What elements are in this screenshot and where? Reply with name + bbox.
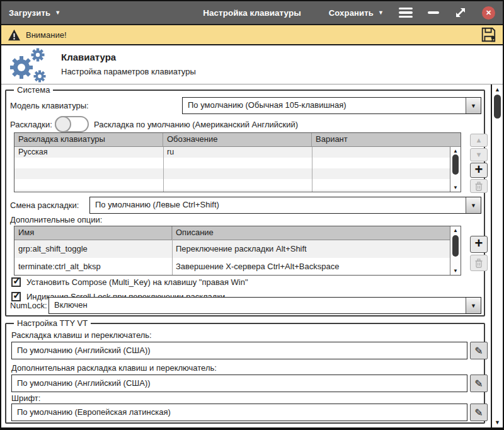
pencil-icon: ✎ — [474, 345, 483, 357]
numlock-value: Включен — [49, 298, 466, 313]
tty-layout-label: Раскладка клавиш и переключатель: — [11, 330, 152, 340]
column-separator — [163, 147, 164, 192]
layouts-table-header: Раскладка клавиатуры Обозначение Вариант — [14, 133, 461, 147]
trash-icon — [474, 182, 483, 191]
layouts-table-scrollbar[interactable]: ▲ ▼ — [450, 147, 461, 192]
options-table-header: Имя Описание — [14, 226, 461, 240]
table-cell: terminate:ctrl_alt_bksp — [14, 258, 172, 276]
tty-font-label: Шрифт: — [11, 393, 40, 403]
system-section: Система Модель клавиатуры: По умолчанию … — [5, 90, 485, 317]
keyboard-model-combobox[interactable]: По умолчанию (Обычная 105-клавишная) ▼ — [182, 97, 481, 114]
expand-icon — [454, 6, 467, 19]
options-table: Имя Описание grp:alt_shift_toggleПереклю… — [14, 226, 461, 276]
scrollbar-thumb[interactable] — [494, 95, 501, 119]
numlock-label: NumLock: — [10, 301, 47, 310]
save-to-file-button[interactable] — [480, 26, 496, 43]
tty-extra-layout-edit-button[interactable]: ✎ — [470, 375, 488, 392]
options-table-body: grp:alt_shift_toggleПереключение расклад… — [14, 240, 461, 276]
page-title: Клавиатура — [61, 52, 116, 62]
switch-hotkey-label: Смена раскладки: — [10, 200, 79, 210]
table-row[interactable]: grp:alt_shift_toggleПереключение расклад… — [14, 240, 461, 258]
combo-dropdown-button[interactable]: ▼ — [466, 98, 481, 113]
tty-layout-edit-button[interactable]: ✎ — [470, 342, 488, 359]
layouts-toggle[interactable] — [55, 116, 89, 132]
chevron-down-icon: ▼ — [55, 10, 60, 16]
table-cell: Русская — [14, 147, 163, 158]
tty-section: Настройка TTY VT Раскладка клавиш и пере… — [5, 323, 485, 424]
menu-button[interactable] — [399, 8, 413, 18]
combo-dropdown-button[interactable]: ▼ — [466, 298, 481, 313]
arrow-up-icon: ▲ — [476, 137, 483, 144]
column-separator — [172, 226, 173, 275]
check-icon: ✓ — [13, 289, 21, 301]
hamburger-icon — [399, 8, 413, 10]
tty-extra-layout-label: Дополнительная раскладка клавиш и перекл… — [11, 363, 217, 373]
add-option-button[interactable]: + — [470, 236, 488, 253]
tty-layout-field[interactable]: По умолчанию (Английский (США)) — [11, 342, 467, 359]
column-header[interactable]: Имя — [14, 226, 172, 240]
delete-layout-button[interactable] — [470, 179, 488, 193]
table-cell: ru — [163, 147, 312, 158]
combo-dropdown-button[interactable]: ▼ — [466, 197, 481, 213]
scroll-up-icon[interactable]: ▲ — [492, 86, 503, 93]
numlock-combobox[interactable]: Включен ▼ — [49, 297, 481, 314]
column-separator — [312, 147, 312, 192]
load-button[interactable]: Загрузить ▼ — [9, 8, 60, 18]
scroll-up-icon[interactable]: ▲ — [450, 228, 461, 233]
table-row[interactable]: terminate:ctrl_alt_bkspЗавершение X-серв… — [14, 258, 461, 276]
load-button-label: Загрузить — [9, 8, 50, 18]
maximize-button[interactable] — [454, 6, 467, 19]
keyboard-model-value: По умолчанию (Обычная 105-клавишная) — [183, 98, 466, 113]
compose-checkbox-label: Установить Compose (Multi_Key) на клавиш… — [26, 277, 248, 287]
column-header[interactable]: Раскладка клавиатуры — [14, 133, 163, 146]
save-button[interactable]: Сохранить ▼ — [329, 8, 384, 18]
warning-bar: Внимание! — [1, 24, 503, 45]
scroll-down-icon[interactable]: ▼ — [492, 419, 503, 426]
model-label: Модель клавиатуры: — [10, 101, 89, 110]
add-layout-button[interactable]: + — [470, 163, 488, 178]
delete-option-button[interactable] — [470, 255, 488, 271]
switch-hotkey-combobox[interactable]: По умолчанию (Левые Ctrl+Shift) ▼ — [89, 197, 481, 214]
pencil-icon: ✎ — [474, 407, 483, 419]
page-header: Клавиатура Настройка параметров клавиату… — [1, 45, 503, 84]
content-area: Система Модель клавиатуры: По умолчанию … — [1, 84, 503, 427]
table-cell: grp:alt_shift_toggle — [14, 240, 172, 258]
minimize-button[interactable] — [428, 11, 439, 14]
close-button[interactable]: ✕ — [482, 6, 495, 20]
compose-checkbox[interactable]: ✓ — [11, 277, 21, 287]
scrollbar-thumb[interactable] — [452, 154, 459, 175]
table-cell: Переключение раскладки Alt+Shift — [172, 240, 461, 258]
plus-icon: + — [475, 236, 483, 250]
tty-font-edit-button[interactable]: ✎ — [470, 404, 488, 421]
close-icon: ✕ — [486, 9, 491, 17]
column-header[interactable]: Обозначение — [163, 133, 312, 146]
move-up-button[interactable]: ▲ — [470, 134, 488, 147]
chevron-down-icon: ▼ — [471, 303, 476, 309]
column-header[interactable]: Вариант — [312, 133, 461, 146]
layouts-table: Раскладка клавиатуры Обозначение Вариант… — [14, 132, 461, 192]
tty-section-legend: Настройка TTY VT — [14, 318, 91, 328]
scroll-down-icon[interactable]: ▼ — [450, 268, 461, 274]
compose-checkbox-row: ✓ Установить Compose (Multi_Key) на клав… — [11, 277, 248, 287]
gears-icon — [6, 47, 52, 86]
scrolllock-checkbox[interactable]: ✓ — [11, 292, 21, 301]
keyboard-settings-window: Загрузить ▼ Настройка клавиатуры Сохрани… — [0, 0, 504, 430]
toggle-knob-icon — [55, 116, 71, 132]
layouts-default-text: Раскладка по умолчанию (Американский Анг… — [94, 120, 298, 129]
column-header[interactable]: Описание — [172, 226, 461, 240]
table-row[interactable]: Русскаяru — [14, 147, 461, 158]
tty-extra-layout-field[interactable]: По умолчанию (Английский (США)) — [11, 375, 467, 392]
layouts-label: Раскладки: — [10, 120, 52, 129]
scroll-down-icon[interactable]: ▼ — [450, 185, 461, 190]
tty-font-field[interactable]: По умолчанию (Европейская латинская) — [11, 404, 467, 421]
main-scrollbar[interactable]: ▲ ▼ — [491, 84, 503, 427]
scroll-up-icon[interactable]: ▲ — [450, 148, 461, 154]
system-section-legend: Система — [14, 85, 53, 95]
trash-icon — [474, 259, 483, 268]
chevron-down-icon: ▼ — [378, 10, 384, 16]
scrollbar-thumb[interactable] — [452, 235, 459, 257]
page-subtitle: Настройка параметров клавиатуры — [61, 67, 196, 76]
options-table-scrollbar[interactable]: ▲ ▼ — [450, 226, 461, 275]
switch-hotkey-value: По умолчанию (Левые Ctrl+Shift) — [90, 197, 466, 213]
move-down-button[interactable]: ▼ — [470, 148, 488, 161]
